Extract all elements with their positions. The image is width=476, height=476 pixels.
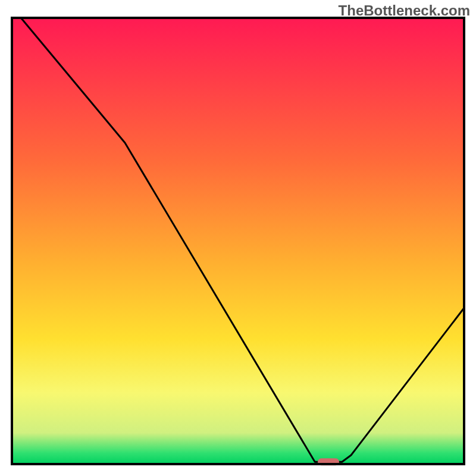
bottleneck-chart: TheBottleneck.com	[0, 0, 476, 476]
chart-svg	[0, 0, 476, 476]
watermark-text: TheBottleneck.com	[339, 2, 470, 19]
